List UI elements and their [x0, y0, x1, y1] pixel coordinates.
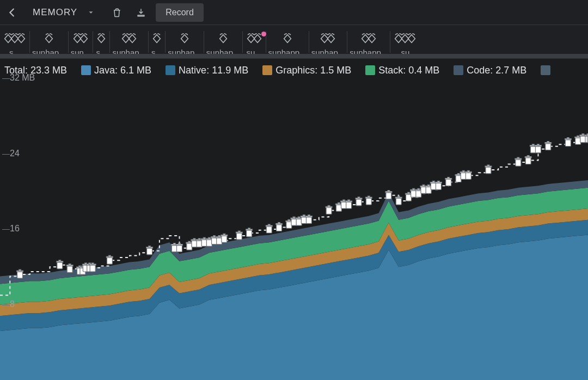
svg-rect-108	[396, 198, 401, 205]
profiler-dropdown[interactable]: MEMORY	[27, 3, 102, 22]
y-tick	[2, 154, 10, 155]
gc-event-icon	[565, 138, 571, 146]
svg-rect-141	[465, 173, 471, 179]
svg-rect-65	[248, 228, 250, 229]
rotation-icon	[43, 32, 55, 47]
rotation-icon	[359, 32, 378, 47]
svg-rect-60	[236, 233, 242, 240]
svg-rect-123	[426, 187, 431, 193]
svg-rect-152	[527, 156, 529, 157]
gc-event-icon	[525, 156, 531, 164]
svg-rect-38	[188, 241, 191, 242]
gc-event-icon	[236, 231, 242, 240]
gc-event-icon	[17, 269, 23, 278]
legend-item: Graphics: 1.5 MB	[262, 65, 351, 76]
svg-rect-132	[446, 179, 451, 186]
svg-rect-27	[147, 248, 152, 255]
svg-rect-30	[171, 246, 177, 252]
svg-rect-57	[222, 236, 227, 242]
legend-item: Stack: 0.4 MB	[365, 65, 439, 76]
svg-rect-126	[431, 183, 436, 189]
svg-rect-129	[436, 183, 441, 189]
back-button[interactable]	[3, 3, 22, 22]
svg-rect-39	[192, 241, 197, 247]
sessions-scrollbar[interactable]	[0, 54, 588, 58]
svg-rect-47	[203, 237, 205, 238]
svg-rect-50	[208, 237, 210, 238]
legend-swatch	[166, 65, 175, 75]
gc-event-icon	[485, 165, 492, 174]
svg-rect-75	[291, 219, 297, 225]
svg-rect-36	[187, 243, 192, 250]
gc-event-icon	[221, 234, 228, 242]
gc-event-icon	[246, 228, 253, 237]
gc-event-icon	[89, 263, 96, 272]
rotation-icon	[95, 32, 107, 47]
svg-rect-120	[421, 187, 426, 193]
svg-rect-122	[422, 185, 425, 186]
memory-chart[interactable]: Total: 23.3 MB Java: 6.1 MBNative: 11.9 …	[0, 59, 588, 380]
gc-event-icon	[176, 243, 182, 252]
svg-rect-21	[90, 265, 95, 272]
delete-button[interactable]	[108, 3, 126, 22]
legend-item: Native: 11.9 MB	[166, 65, 248, 76]
svg-rect-146	[487, 165, 489, 166]
rotation-icon	[2, 32, 27, 47]
record-indicator-icon	[261, 32, 266, 36]
download-icon	[136, 7, 146, 18]
legend-item: Code: 2.7 MB	[454, 65, 526, 76]
record-button[interactable]: Record	[156, 3, 204, 22]
svg-rect-99	[356, 199, 362, 206]
svg-rect-105	[386, 193, 391, 199]
gc-event-icon	[515, 157, 522, 166]
svg-rect-149	[517, 157, 519, 158]
y-tick	[2, 229, 10, 230]
legend-swatch	[454, 65, 463, 75]
legend-swatch	[541, 65, 550, 75]
svg-rect-29	[149, 246, 151, 247]
svg-rect-162	[565, 140, 571, 146]
y-tick	[2, 78, 10, 79]
export-button[interactable]	[132, 3, 150, 22]
chart-legend: Total: 23.3 MB Java: 6.1 MBNative: 11.9 …	[0, 62, 588, 78]
svg-rect-59	[223, 234, 225, 235]
legend-item	[541, 65, 554, 75]
svg-rect-74	[288, 219, 290, 220]
svg-rect-167	[577, 136, 579, 137]
trash-icon	[112, 7, 122, 18]
svg-rect-69	[277, 225, 282, 231]
svg-rect-23	[91, 263, 94, 264]
svg-rect-45	[201, 240, 207, 246]
svg-rect-92	[338, 203, 340, 204]
svg-rect-6	[67, 266, 72, 273]
y-axis-label: 32 MB	[10, 73, 35, 83]
svg-rect-0	[17, 272, 23, 278]
svg-rect-68	[268, 224, 270, 225]
svg-rect-110	[397, 196, 400, 197]
chart-canvas	[0, 59, 588, 380]
svg-rect-93	[341, 202, 347, 209]
rotation-icon	[179, 32, 191, 47]
svg-rect-150	[525, 158, 531, 164]
gc-event-icon	[146, 246, 153, 255]
svg-rect-33	[176, 246, 182, 252]
svg-rect-87	[326, 207, 332, 214]
rotation-icon	[71, 32, 90, 47]
svg-rect-98	[348, 200, 350, 201]
svg-rect-3	[57, 262, 63, 269]
legend-swatch	[262, 65, 272, 75]
svg-rect-5	[59, 260, 61, 261]
rotation-icon	[318, 32, 337, 47]
svg-rect-114	[411, 191, 416, 197]
rotation-icon	[151, 32, 163, 47]
sessions-strip[interactable]: s...sunhap...sun...s...sunhap...s...sunh…	[0, 25, 588, 59]
svg-rect-8	[69, 264, 71, 265]
svg-rect-158	[537, 144, 539, 145]
svg-rect-111	[406, 194, 412, 201]
svg-rect-147	[516, 160, 521, 166]
svg-rect-128	[432, 181, 434, 182]
svg-rect-77	[293, 217, 295, 218]
svg-rect-32	[173, 243, 175, 244]
svg-rect-104	[367, 196, 370, 197]
legend-item: Java: 6.1 MB	[81, 65, 151, 76]
